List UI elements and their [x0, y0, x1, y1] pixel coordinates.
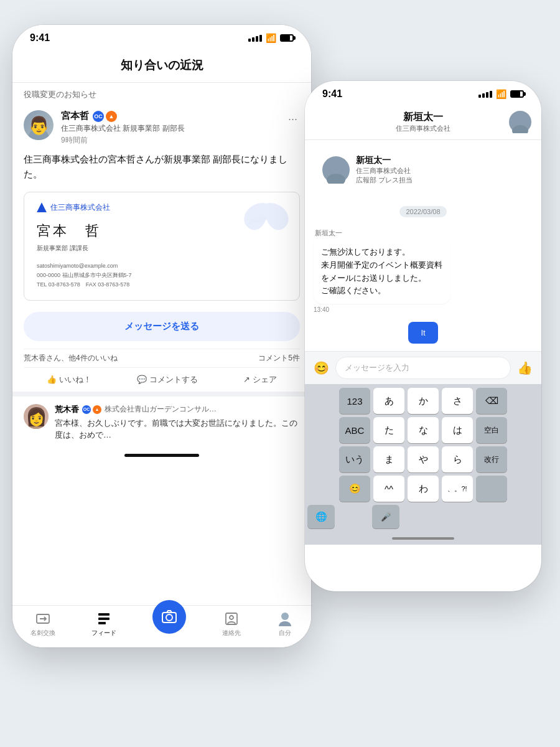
- nav-feed[interactable]: フィード: [91, 611, 116, 637]
- contact-card-avatar: [322, 156, 350, 184]
- status-time-1: 9:41: [30, 32, 50, 44]
- key-backspace[interactable]: ⌫: [476, 388, 507, 414]
- key-a[interactable]: あ: [373, 388, 404, 414]
- svg-point-13: [281, 613, 289, 620]
- like-button[interactable]: 👍 いいね！: [47, 374, 91, 385]
- svg-point-16: [512, 125, 528, 133]
- page-title: 知り合いの近況: [121, 59, 203, 72]
- svg-point-12: [230, 616, 233, 619]
- key-iu[interactable]: いう: [339, 446, 370, 472]
- feed-content: 役職変更のお知らせ 宮本哲 OC: [12, 83, 311, 449]
- phone2-frame: 9:41 📶 新垣太一 住三商事株式会社: [305, 81, 541, 591]
- post-username: 宮本哲: [61, 110, 89, 122]
- key-ya[interactable]: や: [408, 446, 439, 472]
- key-spacebar[interactable]: [338, 505, 369, 529]
- key-wa[interactable]: わ: [408, 476, 439, 502]
- badge-icons: OC ▲: [93, 111, 117, 122]
- share-button[interactable]: ↗ シェア: [243, 374, 277, 385]
- contact-card-company: 住三商事株式会社: [356, 166, 524, 176]
- message-action-button[interactable]: It: [408, 322, 437, 344]
- post-menu-button[interactable]: ···: [286, 110, 300, 128]
- page-header: 知り合いの近況: [12, 49, 311, 83]
- key-blank[interactable]: [476, 476, 507, 502]
- post-time: 9時間前: [61, 135, 278, 146]
- key-ma[interactable]: ま: [373, 446, 404, 472]
- business-card[interactable]: 住三商事株式会社 宮本 哲 新規事業部 課課長 satoshimiyamoto@…: [24, 192, 300, 301]
- key-globe[interactable]: 🌐: [307, 505, 335, 529]
- chat-contact-company: 住三商事株式会社: [337, 124, 509, 133]
- chat-header-avatar[interactable]: [509, 111, 531, 133]
- notice-label: 役職変更のお知らせ: [12, 83, 311, 104]
- svg-point-14: [279, 621, 291, 626]
- svg-point-18: [327, 174, 345, 184]
- nav-profile[interactable]: 自分: [277, 611, 293, 637]
- nav-card-label: 名刺交換: [30, 629, 55, 637]
- chat-contact-name: 新垣太一: [337, 111, 509, 124]
- comment-post: 荒木香 OC ▲ 株式会社青山ガーデンコンサル… 宮本様、お久しぶりです。前職で…: [12, 392, 311, 449]
- battery-icon: [280, 34, 294, 42]
- feed-icon: [96, 611, 112, 627]
- key-abc[interactable]: ABC: [339, 417, 370, 443]
- bc-logo-icon: [37, 202, 47, 212]
- svg-rect-6: [98, 613, 110, 616]
- signal-icon: [248, 35, 262, 42]
- comment-badge-blue: OC: [82, 405, 91, 414]
- status-icons-2: 📶: [478, 89, 524, 99]
- date-wrapper: 2022/03/08: [314, 200, 533, 223]
- status-bar-2: 9:41 📶: [305, 81, 541, 105]
- key-emoji-kbd[interactable]: 😊: [339, 476, 370, 502]
- date-separator: 2022/03/08: [399, 206, 446, 217]
- post-body: 住三商事株式会社の宮本哲さんが新規事業部 副部長になりました。: [24, 151, 300, 189]
- svg-rect-8: [98, 622, 106, 624]
- key-sa[interactable]: さ: [442, 388, 473, 414]
- key-punct[interactable]: 、。?!: [442, 476, 473, 502]
- nav-contacts[interactable]: 連絡先: [222, 611, 241, 637]
- emoji-button[interactable]: 😊: [314, 360, 329, 375]
- bc-contact-info: satoshimiyamoto@example.com 000-0000 福山県…: [37, 261, 287, 290]
- message-text: ご無沙汰しております。来月開催予定のイベント概要資料をメールにお送りしました。ご…: [321, 247, 442, 295]
- message-bubble: ご無沙汰しております。来月開催予定のイベント概要資料をメールにお送りしました。ご…: [314, 240, 450, 304]
- key-ta[interactable]: た: [373, 417, 404, 443]
- message-action-area: It: [314, 318, 533, 344]
- nav-camera[interactable]: [152, 613, 186, 636]
- message-input[interactable]: メッセージを入力: [335, 357, 511, 379]
- key-ha[interactable]: は: [442, 417, 473, 443]
- key-na[interactable]: な: [408, 417, 439, 443]
- key-space[interactable]: 空白: [476, 417, 507, 443]
- svg-point-3: [28, 419, 44, 429]
- key-enter[interactable]: 改行: [476, 446, 507, 472]
- comment-text: 荒木香 OC ▲ 株式会社青山ガーデンコンサル… 宮本様、お久しぶりです。前職で…: [55, 404, 300, 441]
- key-caret[interactable]: ^^: [373, 476, 404, 502]
- nav-card-exchange[interactable]: 名刺交換: [30, 611, 55, 637]
- key-ra[interactable]: ら: [442, 446, 473, 472]
- contacts-icon: [223, 611, 240, 627]
- badge-blue: OC: [93, 111, 104, 122]
- post-header: 宮本哲 OC ▲ 住三商事株式会社 新規事業部 副部長 9時間前 ···: [24, 104, 300, 151]
- chat-contact-card[interactable]: 新垣太一 住三商事株式会社 広報部 プレス担当: [314, 148, 533, 192]
- keyboard-row-3: いう ま や ら 改行: [307, 446, 539, 472]
- wifi-icon: 📶: [266, 33, 276, 43]
- home-indicator-1: [12, 449, 311, 463]
- key-mic[interactable]: 🎤: [372, 505, 399, 529]
- home-indicator-2: [305, 532, 541, 545]
- comment-company: 株式会社青山ガーデンコンサル…: [105, 404, 217, 415]
- keyboard-bottom-row: 🌐 🎤: [307, 505, 539, 529]
- camera-button[interactable]: [152, 600, 186, 634]
- svg-point-2: [31, 408, 41, 418]
- bottom-nav: 名刺交換 フィード: [12, 605, 311, 647]
- comment-button[interactable]: 💬 コメントする: [137, 374, 198, 385]
- contact-card-dept: 広報部 プレス担当: [356, 176, 524, 185]
- comment-body: 宮本様、お久しぶりです。前職では大変お世話になりました。この度は、おめで…: [55, 417, 300, 441]
- key-ka[interactable]: か: [408, 388, 439, 414]
- comment-avatar[interactable]: [24, 404, 49, 429]
- thumbs-up-send-button[interactable]: 👍: [517, 360, 533, 375]
- wifi-icon-2: 📶: [496, 89, 506, 99]
- bc-job-title: 新規事業部 課課長: [37, 244, 287, 253]
- action-bar: 👍 いいね！ 💬 コメントする ↗ シェア: [24, 368, 300, 392]
- key-123[interactable]: 123: [339, 388, 370, 414]
- post-avatar[interactable]: [24, 110, 54, 140]
- message-sender: 新垣太一: [314, 228, 342, 238]
- send-message-button[interactable]: メッセージを送る: [24, 312, 300, 341]
- message-time: 13:40: [314, 306, 329, 313]
- nav-feed-label: フィード: [91, 629, 116, 637]
